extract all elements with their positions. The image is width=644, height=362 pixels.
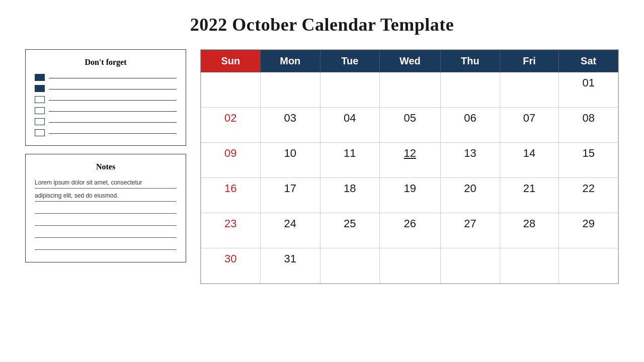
calendar-week-row: 09101112131415 [201,143,618,178]
calendar-day-cell[interactable]: 23 [201,213,261,248]
date-number: 14 [504,147,555,160]
header-fri: Fri [500,50,559,72]
notes-box: Notes Lorem ipsum dolor sit amet, consec… [25,154,186,262]
date-number: 10 [265,147,316,160]
check-line [49,133,177,134]
calendar-day-cell[interactable] [441,248,500,284]
checkbox-empty[interactable] [35,96,45,103]
calendar-day-cell[interactable] [559,248,618,284]
calendar-header-row: Sun Mon Tue Wed Thu Fri Sat [201,50,618,72]
calendar-day-cell[interactable] [500,72,559,108]
checkbox-empty[interactable] [35,129,45,136]
calendar-day-cell[interactable]: 19 [379,178,441,213]
note-line-empty[interactable] [35,241,177,250]
calendar-day-cell[interactable]: 05 [379,108,441,143]
calendar-day-cell[interactable]: 18 [320,178,379,213]
calendar-day-cell[interactable]: 11 [320,143,379,178]
date-number: 30 [205,252,256,265]
calendar-day-cell[interactable]: 03 [260,108,320,143]
calendar-week-row: 02030405060708 [201,108,618,143]
checkbox-filled[interactable] [35,74,45,81]
calendar-day-cell[interactable]: 27 [441,213,500,248]
date-number: 31 [265,252,316,265]
checkbox-filled[interactable] [35,85,45,92]
calendar-day-cell[interactable]: 21 [500,178,559,213]
checklist-item [35,129,177,136]
calendar-day-cell[interactable]: 09 [201,143,261,178]
calendar-day-cell[interactable]: 31 [260,248,320,284]
calendar-day-cell[interactable]: 08 [559,108,618,143]
main-content: Don't forget [25,49,619,284]
date-number: 22 [563,182,614,195]
calendar-day-cell[interactable]: 20 [441,178,500,213]
notes-title: Notes [35,162,177,171]
date-number: 18 [325,182,375,195]
date-number: 06 [445,112,496,125]
checklist-item [35,96,177,103]
date-number: 21 [504,182,555,195]
date-number: 26 [384,217,437,230]
date-number: 28 [504,217,555,230]
date-number: 09 [205,147,256,160]
calendar-day-cell[interactable] [379,72,441,108]
calendar-week-row: 16171819202122 [201,178,618,213]
checklist [35,74,177,136]
date-number: 19 [384,182,437,195]
checklist-item [35,107,177,114]
note-line[interactable]: Lorem ipsum dolor sit amet, consectetur [35,178,177,189]
calendar-day-cell[interactable]: 29 [559,213,618,248]
calendar-day-cell[interactable]: 14 [500,143,559,178]
calendar-day-cell[interactable]: 25 [320,213,379,248]
date-number: 07 [504,112,555,125]
date-number: 12 [384,147,437,160]
date-number: 05 [384,112,437,125]
calendar-day-cell[interactable]: 30 [201,248,261,284]
check-line [49,122,177,123]
date-number: 24 [265,217,316,230]
calendar-body: 0102030405060708091011121314151617181920… [201,72,618,284]
calendar-day-cell[interactable]: 10 [260,143,320,178]
calendar-day-cell[interactable]: 16 [201,178,261,213]
calendar-day-cell[interactable] [260,72,320,108]
left-panel: Don't forget [25,49,186,262]
calendar-day-cell[interactable]: 26 [379,213,441,248]
calendar-day-cell[interactable]: 01 [559,72,618,108]
calendar-day-cell[interactable] [201,72,261,108]
notes-lines: Lorem ipsum dolor sit amet, consectetur … [35,178,177,253]
date-number: 16 [205,182,256,195]
check-line [49,89,177,89]
calendar-day-cell[interactable]: 12 [379,143,441,178]
calendar-day-cell[interactable]: 28 [500,213,559,248]
calendar-day-cell[interactable] [441,72,500,108]
checklist-item [35,74,177,81]
calendar-day-cell[interactable]: 17 [260,178,320,213]
calendar-day-cell[interactable]: 13 [441,143,500,178]
check-line [49,111,177,112]
calendar-day-cell[interactable]: 06 [441,108,500,143]
header-sat: Sat [559,50,618,72]
calendar-day-cell[interactable]: 02 [201,108,261,143]
calendar-day-cell[interactable]: 22 [559,178,618,213]
note-line-empty[interactable] [35,229,177,238]
calendar-day-cell[interactable]: 04 [320,108,379,143]
calendar-day-cell[interactable]: 07 [500,108,559,143]
date-number: 13 [445,147,496,160]
date-number: 03 [265,112,316,125]
calendar: Sun Mon Tue Wed Thu Fri Sat 010203040506… [200,49,619,284]
calendar-week-row: 23242526272829 [201,213,618,248]
checkbox-empty[interactable] [35,118,45,125]
date-number: 15 [563,147,614,160]
checkbox-empty[interactable] [35,107,45,114]
check-line [49,78,177,78]
note-line-empty[interactable] [35,205,177,214]
page-title: 2022 October Calendar Template [190,14,454,35]
calendar-day-cell[interactable] [500,248,559,284]
calendar-day-cell[interactable] [320,72,379,108]
calendar-day-cell[interactable]: 24 [260,213,320,248]
note-line-empty[interactable] [35,217,177,226]
note-line[interactable]: adipiscing elit, sed do eiusmod. [35,192,177,202]
calendar-day-cell[interactable] [379,248,441,284]
date-number: 04 [325,112,375,125]
calendar-day-cell[interactable]: 15 [559,143,618,178]
calendar-day-cell[interactable] [320,248,379,284]
